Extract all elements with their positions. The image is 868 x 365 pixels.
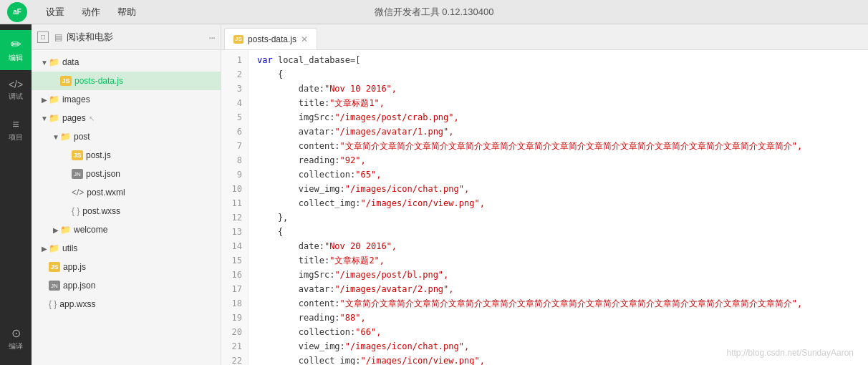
file-tree-body: ▼ 📁 data JS posts-data.js ▶ 📁 images ▼ 📁… bbox=[32, 50, 221, 365]
line-number: 16 bbox=[221, 268, 242, 282]
menu-bar: aF 设置 动作 帮助 微信开发者工具 0.12.130400 bbox=[0, 0, 868, 24]
editor-area: JS posts-data.js ✕ 123456789101112131415… bbox=[221, 24, 868, 365]
item-name-pages: pages bbox=[62, 113, 86, 123]
editor-content: 123456789101112131415161718192021222324 … bbox=[221, 50, 868, 365]
code-line: }, bbox=[257, 210, 868, 225]
item-name-data: data bbox=[62, 57, 79, 67]
item-name-app-json: app.json bbox=[63, 281, 95, 291]
sidebar-item-project[interactable]: ≡ 项目 bbox=[0, 110, 32, 150]
js-icon-post: JS bbox=[72, 150, 83, 160]
sidebar-item-compile[interactable]: ⊙ 编译 bbox=[0, 319, 32, 359]
line-number: 19 bbox=[221, 311, 242, 325]
json-icon-post: JN bbox=[72, 169, 83, 179]
project-name: 阅读和电影 bbox=[67, 31, 204, 44]
code-line: imgSrc:"/images/post/bl.png", bbox=[257, 268, 868, 282]
tree-item-post[interactable]: ▼ 📁 post bbox=[32, 127, 221, 146]
item-name-post-wxml: post.wxml bbox=[87, 188, 125, 198]
item-name-posts-data: posts-data.js bbox=[74, 76, 123, 86]
tree-item-post-wxml[interactable]: </> post.wxml bbox=[32, 183, 221, 202]
app-title: 微信开发者工具 0.12.130400 bbox=[375, 6, 494, 19]
tree-item-app-js[interactable]: JS app.js bbox=[32, 258, 221, 276]
line-number: 7 bbox=[221, 139, 242, 153]
line-number: 15 bbox=[221, 253, 242, 268]
code-line: date:"Nov 10 2016", bbox=[257, 82, 868, 96]
item-name-post-js: post.js bbox=[86, 150, 111, 160]
tree-item-posts-data[interactable]: JS posts-data.js bbox=[32, 72, 221, 90]
pages-cursor: ↖ bbox=[89, 115, 95, 122]
tree-item-data[interactable]: ▼ 📁 data bbox=[32, 53, 221, 72]
tree-item-post-wxss[interactable]: { } post.wxss bbox=[32, 202, 221, 220]
tree-item-app-json[interactable]: JN app.json bbox=[32, 276, 221, 295]
tree-item-utils[interactable]: ▶ 📁 utils bbox=[32, 239, 221, 258]
sidebar-compile-label: 编译 bbox=[9, 341, 23, 351]
code-line: view_img:"/images/icon/chat.png", bbox=[257, 182, 868, 196]
line-number: 9 bbox=[221, 167, 242, 182]
sidebar-item-debug[interactable]: </> 调试 bbox=[0, 70, 32, 110]
tree-item-images[interactable]: ▶ 📁 images bbox=[32, 90, 221, 109]
line-number: 4 bbox=[221, 96, 242, 110]
line-number: 8 bbox=[221, 153, 242, 167]
line-number: 17 bbox=[221, 282, 242, 296]
menu-actions[interactable]: 动作 bbox=[79, 4, 103, 20]
folder-icon-post: 📁 bbox=[60, 132, 71, 142]
tab-js-icon: JS bbox=[233, 35, 243, 44]
tab-close-button[interactable]: ✕ bbox=[301, 34, 308, 44]
menu-bar-left: aF 设置 动作 帮助 bbox=[7, 2, 139, 22]
line-number: 2 bbox=[221, 67, 242, 82]
file-tree-more-button[interactable]: ··· bbox=[208, 31, 215, 43]
tree-item-welcome[interactable]: ▶ 📁 welcome bbox=[32, 220, 221, 239]
code-line: avatar:"/images/avatar/2.png", bbox=[257, 282, 868, 296]
line-number: 20 bbox=[221, 325, 242, 339]
code-line: avatar:"/images/avatar/1.png", bbox=[257, 125, 868, 139]
arrow-images: ▶ bbox=[40, 96, 49, 104]
line-number: 5 bbox=[221, 110, 242, 125]
folder-icon-utils: 📁 bbox=[49, 243, 59, 253]
code-line: title:"文章标题1", bbox=[257, 96, 868, 110]
arrow-data: ▼ bbox=[40, 59, 49, 67]
code-line: imgSrc:"/images/post/crab.png", bbox=[257, 110, 868, 125]
file-tree-header: □ ▤ 阅读和电影 ··· bbox=[32, 24, 221, 50]
wxss-icon-post: { } bbox=[72, 206, 79, 216]
code-line: reading:"88", bbox=[257, 311, 868, 325]
line-number: 18 bbox=[221, 296, 242, 311]
tree-item-post-json[interactable]: JN post.json bbox=[32, 165, 221, 183]
sidebar-debug-label: 调试 bbox=[9, 92, 23, 102]
folder-icon-data: 📁 bbox=[49, 57, 59, 67]
compile-icon: ⊙ bbox=[11, 328, 21, 339]
line-number: 22 bbox=[221, 354, 242, 365]
menu-help[interactable]: 帮助 bbox=[115, 4, 139, 20]
tree-item-post-js[interactable]: JS post.js bbox=[32, 146, 221, 165]
code-line: collection:"65", bbox=[257, 167, 868, 182]
line-number: 13 bbox=[221, 225, 242, 239]
debug-icon: </> bbox=[9, 79, 23, 89]
arrow-pages: ▼ bbox=[40, 115, 49, 122]
menu-settings[interactable]: 设置 bbox=[43, 4, 67, 20]
item-name-utils: utils bbox=[62, 243, 77, 253]
sidebar-item-edit[interactable]: ✏ 编辑 bbox=[0, 30, 32, 70]
arrow-post: ▼ bbox=[52, 133, 60, 141]
line-number: 14 bbox=[221, 239, 242, 253]
item-name-post-wxss: post.wxss bbox=[82, 206, 120, 216]
line-number: 6 bbox=[221, 125, 242, 139]
code-line: collection:"66", bbox=[257, 325, 868, 339]
code-line: content:"文章简介文章简介文章简介文章简介文章简介文章简介文章简介文章简… bbox=[257, 139, 868, 153]
tree-item-pages[interactable]: ▼ 📁 pages ↖ bbox=[32, 109, 221, 127]
json-icon-app: JN bbox=[49, 281, 60, 291]
sidebar-project-label: 项目 bbox=[9, 132, 23, 142]
item-name-welcome: welcome bbox=[74, 225, 107, 235]
line-number: 12 bbox=[221, 210, 242, 225]
project-icon: ≡ bbox=[12, 119, 19, 130]
item-name-app-js: app.js bbox=[63, 262, 86, 272]
tab-name: posts-data.js bbox=[248, 34, 296, 44]
line-number: 11 bbox=[221, 196, 242, 210]
folder-icon-pages: 📁 bbox=[49, 113, 59, 123]
code-area[interactable]: var local_database=[ { date:"Nov 10 2016… bbox=[249, 50, 868, 365]
js-icon-posts-data: JS bbox=[60, 76, 72, 86]
wxss-icon-app: { } bbox=[49, 299, 57, 309]
editor-tab-posts-data[interactable]: JS posts-data.js ✕ bbox=[224, 28, 317, 49]
code-line: title:"文章标题2", bbox=[257, 253, 868, 268]
code-line: reading:"92", bbox=[257, 153, 868, 167]
tree-item-app-wxss[interactable]: { } app.wxss bbox=[32, 295, 221, 313]
code-line: { bbox=[257, 67, 868, 82]
logo-text: aF bbox=[13, 8, 21, 16]
